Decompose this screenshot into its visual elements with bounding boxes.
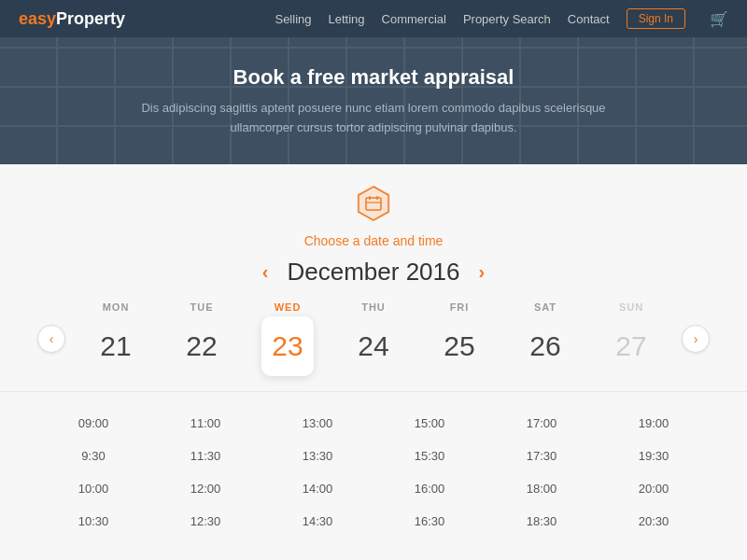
- time-slot[interactable]: 13:00: [261, 407, 374, 440]
- month-prev-button[interactable]: ‹: [262, 262, 269, 281]
- day-cell-24[interactable]: THU 24: [336, 301, 411, 376]
- day-name: WED: [275, 301, 302, 313]
- time-slot[interactable]: 14:00: [261, 472, 374, 505]
- nav-contact[interactable]: Contact: [568, 12, 610, 26]
- navbar: easyProperty Selling Letting Commercial …: [0, 0, 747, 37]
- days-container: MON 21 TUE 22 WED 23 THU 24 FRI 25 SAT 2…: [73, 301, 674, 376]
- time-slot[interactable]: 13:30: [261, 440, 374, 472]
- signin-button[interactable]: Sign In: [627, 8, 685, 29]
- time-slot[interactable]: 11:30: [149, 440, 261, 472]
- nav-links: Selling Letting Commercial Property Sear…: [275, 8, 728, 29]
- date-subtitle: Choose a date and time: [37, 233, 710, 248]
- time-slot[interactable]: 19:00: [598, 407, 710, 440]
- day-name: THU: [361, 301, 386, 313]
- time-slot[interactable]: 09:00: [37, 407, 149, 440]
- calendar-icon-wrap: [353, 183, 394, 228]
- day-number: 27: [605, 316, 657, 376]
- svg-marker-0: [357, 185, 390, 222]
- month-nav: ‹ December 2016 ›: [37, 258, 710, 287]
- day-cell-26[interactable]: SAT 26: [508, 301, 583, 376]
- day-name: SUN: [619, 301, 643, 313]
- day-cell-27: SUN 27: [594, 301, 669, 376]
- time-slot[interactable]: 11:00: [149, 407, 261, 440]
- time-slot[interactable]: 10:30: [37, 505, 149, 538]
- time-slot[interactable]: 9:30: [37, 440, 149, 472]
- day-number: 22: [176, 316, 228, 376]
- time-slot[interactable]: 15:30: [374, 440, 486, 472]
- days-prev-button[interactable]: ‹: [37, 325, 65, 353]
- section-divider: [0, 391, 747, 392]
- day-cell-21[interactable]: MON 21: [78, 301, 153, 376]
- day-name: FRI: [450, 301, 470, 313]
- hero-bg-pattern: [0, 37, 747, 164]
- cart-icon[interactable]: 🛒: [710, 10, 728, 28]
- month-title: December 2016: [288, 258, 460, 287]
- day-number: 26: [519, 316, 571, 376]
- time-grid: 09:009:3010:0010:3011:0011:3012:0012:301…: [37, 407, 710, 538]
- time-slot[interactable]: 18:30: [486, 505, 598, 538]
- time-slot[interactable]: 19:30: [598, 440, 710, 472]
- day-number: 21: [90, 316, 142, 376]
- logo: easyProperty: [19, 9, 125, 29]
- day-name: MON: [103, 301, 130, 313]
- time-col-1: 11:0011:3012:0012:30: [149, 407, 261, 538]
- time-col-3: 15:0015:3016:0016:30: [374, 407, 486, 538]
- month-next-button[interactable]: ›: [479, 262, 486, 281]
- day-cell-23[interactable]: WED 23: [250, 301, 325, 376]
- time-slot[interactable]: 18:00: [486, 472, 598, 505]
- days-scroll-wrap: ‹ MON 21 TUE 22 WED 23 THU 24 FRI 25 SAT…: [37, 301, 710, 376]
- time-col-5: 19:0019:3020:0020:30: [598, 407, 710, 538]
- days-next-button[interactable]: ›: [682, 325, 710, 353]
- day-name: TUE: [190, 301, 214, 313]
- time-col-2: 13:0013:3014:0014:30: [261, 407, 374, 538]
- main-content: Choose a date and time ‹ December 2016 ›…: [0, 164, 747, 560]
- day-number: 24: [347, 316, 400, 376]
- logo-prefix: easy: [19, 9, 56, 28]
- time-slot[interactable]: 17:30: [486, 440, 598, 472]
- calendar-icon: [353, 183, 394, 224]
- time-slot[interactable]: 12:30: [149, 505, 261, 538]
- nav-letting[interactable]: Letting: [329, 12, 365, 26]
- day-name: SAT: [534, 301, 557, 313]
- time-slot[interactable]: 10:00: [37, 472, 149, 505]
- day-number: 23: [261, 316, 314, 376]
- day-number: 25: [433, 316, 486, 376]
- hero-section: Book a free market appraisal Dis adipisc…: [0, 37, 747, 164]
- time-slot[interactable]: 12:00: [149, 472, 261, 505]
- time-slot[interactable]: 16:00: [374, 472, 486, 505]
- day-cell-22[interactable]: TUE 22: [164, 301, 239, 376]
- date-header: Choose a date and time: [37, 183, 710, 248]
- logo-suffix: Property: [56, 9, 125, 28]
- time-col-0: 09:009:3010:0010:30: [37, 407, 149, 538]
- time-slot[interactable]: 15:00: [374, 407, 486, 440]
- time-col-4: 17:0017:3018:0018:30: [486, 407, 598, 538]
- time-slot[interactable]: 20:00: [598, 472, 710, 505]
- nav-selling[interactable]: Selling: [275, 12, 311, 26]
- time-slot[interactable]: 14:30: [261, 505, 374, 538]
- nav-commercial[interactable]: Commercial: [382, 12, 446, 26]
- time-slot[interactable]: 17:00: [486, 407, 598, 440]
- nav-property-search[interactable]: Property Search: [463, 12, 551, 26]
- time-slot[interactable]: 16:30: [374, 505, 486, 538]
- day-cell-25[interactable]: FRI 25: [422, 301, 497, 376]
- time-slot[interactable]: 20:30: [598, 505, 710, 538]
